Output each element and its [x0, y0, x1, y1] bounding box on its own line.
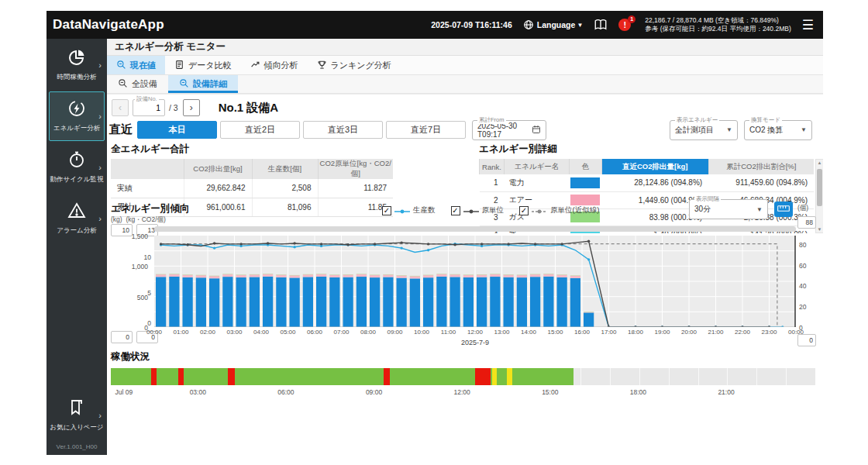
language-menu[interactable]: Language ▼ [522, 18, 584, 32]
ruler-button[interactable] [774, 202, 793, 217]
alert-count-badge: 1 [628, 16, 636, 23]
timeline-label: Jul 09 [115, 388, 133, 396]
x-axis-tick: 04:00 [248, 329, 274, 336]
x-axis-tick: 06:00 [301, 329, 328, 336]
sidebar-item-label: 時間稼働分析 [57, 73, 97, 82]
range-button-直近2日[interactable]: 直近2日 [220, 121, 300, 139]
inner-axis-tick: 0 [134, 319, 151, 327]
x-axis-tick: 00:00 [783, 329, 809, 336]
device-pager: 設備No. ‹ / 3 › No.1 設備A [112, 98, 278, 118]
left-axis-tick: 1,500 [117, 232, 148, 240]
left-axis-min-input[interactable] [111, 331, 133, 343]
inner-axis-tick: 5 [134, 289, 151, 297]
legend-checkbox[interactable]: ✓ [382, 206, 391, 215]
calendar-icon[interactable] [532, 125, 541, 136]
x-axis-tick: 00:00 [141, 329, 167, 336]
detail-col-header: 色 [569, 159, 601, 174]
sidebar-item-label: アラーム分析 [57, 226, 97, 236]
display-energy-label: 表示エネルギー [675, 116, 719, 124]
right-axis-max-input[interactable] [797, 216, 816, 229]
tab-傾向分析[interactable]: 傾向分析 [241, 56, 308, 74]
range-button-直近7日[interactable]: 直近7日 [386, 121, 466, 139]
tab-label: データ比較 [188, 60, 232, 71]
detail-table-scrollbar[interactable]: ▲ ▼ [815, 159, 823, 233]
tab-ランキング分析[interactable]: ランキング分析 [308, 56, 401, 74]
magnifier-icon [118, 78, 128, 90]
sidebar-item-動作サイクル監視[interactable]: 動作サイクル監視› [49, 143, 105, 192]
table-cell: 29,662.842 [184, 179, 252, 198]
sidebar-item-アラーム分析[interactable]: アラーム分析› [49, 194, 105, 243]
scroll-up-icon[interactable]: ▲ [816, 160, 823, 165]
sidebar-nav: 時間稼働分析›エネルギー分析›動作サイクル監視›アラーム分析› お気に入りページ… [46, 39, 107, 455]
legend-marker [463, 208, 479, 214]
scope-tabs: 全設備設備詳細 [107, 75, 823, 94]
color-cell [569, 174, 601, 191]
subtab-設備詳細[interactable]: 設備詳細 [168, 75, 238, 93]
detail-col-header: 直近CO2排出量[kg] [601, 159, 708, 174]
app-window: DataNavigateApp 2025-07-09 T16:11:46 Lan… [46, 11, 823, 455]
sidebar-item-時間稼働分析[interactable]: 時間稼働分析› [49, 40, 105, 90]
legend-checkbox[interactable]: ✓ [519, 206, 529, 215]
range-button-直近3日[interactable]: 直近3日 [303, 121, 383, 139]
x-axis-tick: 13:00 [489, 329, 515, 336]
timeline-label: 09:00 [366, 388, 382, 396]
accum-from-value: 2025-05-30 T09:17 [477, 122, 532, 139]
x-axis-tick: 02:00 [195, 329, 221, 336]
range-label: 直近 [109, 122, 133, 137]
accum-from-field[interactable]: 累計From 2025-05-30 T09:17 [472, 120, 546, 140]
right-axis-min-input[interactable] [797, 334, 816, 346]
conversion-mode-select[interactable]: 換算モード CO2 換算 ▼ [744, 120, 812, 140]
subtab-全設備[interactable]: 全設備 [107, 75, 168, 93]
x-axis-tick: 11:00 [436, 329, 462, 336]
right-axis-tick: 20 [799, 303, 815, 311]
alert-indicator[interactable]: ! 1 [618, 17, 636, 33]
status-segment-stopped [151, 368, 156, 385]
range-button-本日[interactable]: 本日 [137, 121, 217, 139]
summary-col-header: CO2原単位[kg・CO2/個] [318, 159, 393, 179]
interval-label: 表示間隔 [694, 195, 721, 203]
page-header: エネルギー分析 モニター [107, 39, 823, 56]
trophy-icon [317, 60, 327, 71]
legend-checkbox[interactable]: ✓ [451, 206, 460, 215]
sidebar-item-エネルギー分析[interactable]: エネルギー分析› [49, 91, 105, 141]
display-energy-select[interactable]: 表示エネルギー 全計測項目 ▼ [670, 120, 738, 140]
manual-book-icon[interactable] [592, 17, 609, 33]
tab-現在値[interactable]: 現在値 [107, 56, 165, 74]
right-axis-tick: 60 [799, 262, 815, 270]
timeline-gridline [610, 368, 611, 385]
interval-select[interactable]: 表示間隔 30分 ▼ [689, 199, 768, 219]
caret-down-icon: ▼ [577, 22, 583, 29]
timeline-gridline [786, 368, 787, 385]
chart-horizontal-scrollbar[interactable] [154, 226, 796, 232]
operation-status-timeline [111, 368, 815, 385]
legend-label: 生産数 [413, 205, 436, 215]
scroll-down-icon[interactable]: ▼ [816, 227, 823, 232]
hamburger-menu-icon[interactable]: ☰ [801, 19, 815, 32]
tab-label: ランキング分析 [331, 60, 391, 71]
next-device-button[interactable]: › [183, 99, 200, 116]
table-row: 1電力28,124.86 (094.8%)911,459.60 (094.8%) [480, 174, 815, 191]
tab-label: 全設備 [132, 78, 157, 90]
summary-col-header: 生産数[個] [252, 159, 318, 179]
scrollbar-thumb[interactable] [817, 169, 822, 206]
operation-status-title: 稼働状況 [111, 350, 815, 363]
recent-co2-cell: 28,124.86 (094.8%) [601, 174, 708, 191]
caret-down-icon: ▼ [726, 126, 732, 133]
sidebar-item-favorites[interactable]: お気に入りページ › [49, 391, 105, 440]
trend-title: エネルギー別傾向 [111, 202, 189, 215]
chevron-right-icon: › [98, 112, 102, 121]
timeline-label: 12:00 [454, 388, 470, 396]
trend-icon [250, 60, 260, 71]
x-axis-tick: 01:00 [168, 329, 195, 336]
legend-label: 原単位 [482, 205, 505, 215]
left-axis-tick: 1,000 [117, 263, 148, 270]
legend-marker [394, 208, 410, 214]
status-segment-stopped [475, 368, 491, 385]
globe-icon [522, 18, 536, 32]
prev-device-button[interactable]: ‹ [112, 99, 129, 116]
content-area: エネルギー分析 モニター 現在値データ比較傾向分析ランキング分析 全設備設備詳細… [107, 39, 823, 455]
tab-label: 設備詳細 [193, 78, 227, 90]
rank-cell: 1 [480, 174, 505, 191]
tab-データ比較[interactable]: データ比較 [165, 56, 241, 74]
color-chip [570, 177, 600, 188]
